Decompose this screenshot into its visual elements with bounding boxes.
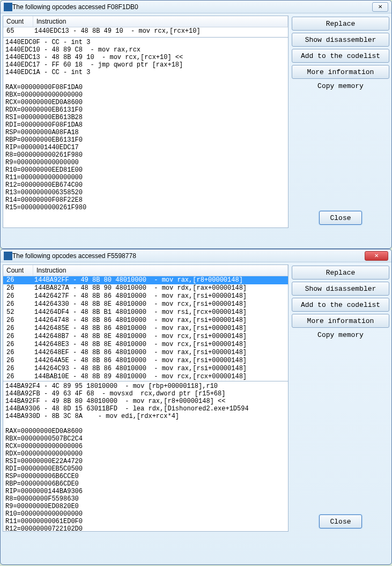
window-title: The following opcodes accessed F5598778 — [12, 252, 365, 260]
window-title: The following opcodes accessed F08F1DB0 — [12, 3, 372, 11]
list-header: Count Instruction — [3, 265, 288, 276]
app-icon — [4, 252, 12, 260]
row-count: 26 — [4, 373, 34, 381]
more-information-button[interactable]: More information — [292, 65, 389, 79]
disassembly-panel[interactable]: 1440EDC0F - CC - int 3 1440EDC10 - 48 89… — [3, 38, 289, 228]
row-instruction: 1442648E3 - 48 8B 8E 48010000 - mov rcx,… — [34, 341, 287, 349]
list-row[interactable]: 26144264748 - 48 8B 86 48010000 - mov ra… — [3, 317, 288, 325]
row-count: 26 — [4, 357, 34, 365]
show-disassembler-button[interactable]: Show disassembler — [292, 282, 389, 296]
row-instruction: 144264A5E - 48 8B 86 48010000 - mov rax,… — [34, 357, 287, 365]
row-count: 26 — [4, 325, 34, 333]
list-row[interactable]: 26144264C93 - 48 8B 86 48010000 - mov ra… — [3, 365, 288, 373]
row-instruction: 14426485E - 48 8B 86 48010000 - mov rax,… — [34, 325, 287, 333]
list-row[interactable]: 26144264A5E - 48 8B 86 48010000 - mov ra… — [3, 357, 288, 365]
disassembly-panel[interactable]: 144BA92F4 - 4C 89 95 18010000 - mov [rbp… — [3, 381, 289, 532]
titlebar[interactable]: The following opcodes accessed F08F1DB0 … — [1, 1, 391, 13]
close-icon[interactable]: ✕ — [365, 251, 388, 261]
row-count: 26 — [4, 292, 34, 300]
titlebar[interactable]: The following opcodes accessed F5598778 … — [1, 249, 391, 262]
row-instruction: 144264748 - 48 8B 86 48010000 - mov rax,… — [34, 317, 287, 325]
col-instruction-header[interactable]: Instruction — [33, 265, 288, 276]
list-row[interactable]: 26144BAB10E - 48 8B 89 48010000 - mov rc… — [3, 373, 288, 381]
replace-button[interactable]: Replace — [292, 17, 389, 31]
row-instruction: 144264DF4 - 48 8B B1 48010000 - mov rsi,… — [34, 308, 287, 317]
close-button[interactable]: Close — [319, 514, 362, 528]
row-instruction: 144BA827A - 48 8B 90 48010000 - mov rdx,… — [34, 284, 287, 292]
add-codelist-button[interactable]: Add to the codelist — [292, 49, 389, 63]
row-count: 26 — [4, 317, 34, 325]
row-instruction: 1442648EF - 48 8B 86 48010000 - mov rax,… — [34, 349, 287, 357]
list-row[interactable]: 261442648B7 - 48 8B 8E 48010000 - mov rc… — [3, 333, 288, 341]
opcode-list[interactable]: Count Instruction 26144BA92FF - 49 8B 80… — [3, 264, 289, 381]
list-row[interactable]: 651440EDC13 - 48 8B 49 10 - mov rcx,[rcx… — [3, 27, 288, 35]
row-count: 26 — [4, 333, 34, 341]
close-button[interactable]: Close — [319, 211, 362, 225]
col-instruction-header[interactable]: Instruction — [33, 16, 288, 27]
row-instruction: 1440EDC13 - 48 8B 49 10 - mov rcx,[rcx+1… — [34, 27, 287, 35]
row-count: 52 — [4, 308, 34, 317]
row-instruction: 144BA92FF - 49 8B 80 48010000 - mov rax,… — [34, 276, 287, 284]
opcodes-window-1: The following opcodes accessed F08F1DB0 … — [0, 0, 392, 249]
show-disassembler-button[interactable]: Show disassembler — [292, 33, 389, 47]
row-count: 65 — [4, 27, 34, 35]
replace-button[interactable]: Replace — [292, 266, 389, 280]
row-instruction: 144264C93 - 48 8B 86 48010000 - mov rax,… — [34, 365, 287, 373]
col-count-header[interactable]: Count — [3, 16, 33, 27]
row-count: 26 — [4, 365, 34, 373]
list-row[interactable]: 2614426427F - 48 8B 86 48010000 - mov ra… — [3, 292, 288, 300]
row-instruction: 1442648B7 - 48 8B 8E 48010000 - mov rcx,… — [34, 333, 287, 341]
row-instruction: 144BAB10E - 48 8B 89 48010000 - mov rcx,… — [34, 373, 287, 381]
row-count: 26 — [4, 276, 34, 284]
row-count: 26 — [4, 349, 34, 357]
list-row[interactable]: 26144264330 - 48 8B 8E 48010000 - mov rc… — [3, 300, 288, 308]
list-row[interactable]: 261442648E3 - 48 8B 8E 48010000 - mov rc… — [3, 341, 288, 349]
row-instruction: 144264330 - 48 8B 8E 48010000 - mov rcx,… — [34, 300, 287, 308]
list-row[interactable]: 26144BA92FF - 49 8B 80 48010000 - mov ra… — [3, 276, 288, 284]
row-count: 26 — [4, 300, 34, 308]
row-count: 26 — [4, 341, 34, 349]
list-header: Count Instruction — [3, 16, 288, 27]
col-count-header[interactable]: Count — [3, 265, 33, 276]
opcodes-window-2: The following opcodes accessed F5598778 … — [0, 249, 392, 565]
close-icon[interactable]: ✕ — [372, 2, 388, 12]
app-icon — [4, 3, 12, 11]
copy-memory-label: Copy memory — [292, 82, 389, 90]
list-row[interactable]: 2614426485E - 48 8B 86 48010000 - mov ra… — [3, 325, 288, 333]
list-row[interactable]: 261442648EF - 48 8B 86 48010000 - mov ra… — [3, 349, 288, 357]
more-information-button[interactable]: More information — [292, 314, 389, 328]
list-row[interactable]: 26144BA827A - 48 8B 90 48010000 - mov rd… — [3, 284, 288, 292]
copy-memory-label: Copy memory — [292, 331, 389, 339]
opcode-list[interactable]: Count Instruction 651440EDC13 - 48 8B 49… — [3, 16, 289, 38]
row-instruction: 14426427F - 48 8B 86 48010000 - mov rax,… — [34, 292, 287, 300]
list-row[interactable]: 52144264DF4 - 48 8B B1 48010000 - mov rs… — [3, 308, 288, 317]
add-codelist-button[interactable]: Add to the codelist — [292, 298, 389, 312]
row-count: 26 — [4, 284, 34, 292]
